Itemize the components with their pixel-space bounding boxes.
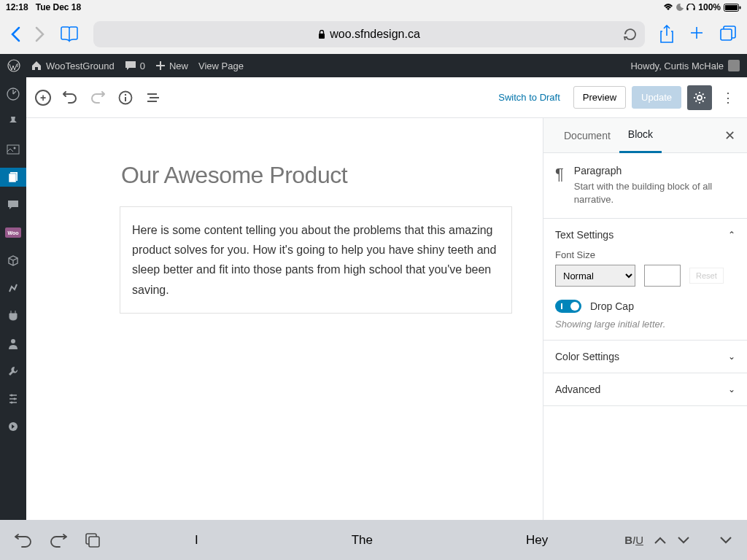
editor-canvas[interactable]: Our Awesome Product ¶▾ B I ABC: [26, 118, 543, 560]
text-settings-section: Text Settings ⌃ Font Size Normal Reset D…: [543, 219, 747, 341]
new-link[interactable]: New: [155, 61, 188, 71]
font-size-select[interactable]: Normal: [555, 265, 635, 287]
comments-icon[interactable]: [0, 195, 26, 214]
outline-button[interactable]: [144, 89, 162, 106]
media-icon[interactable]: [0, 140, 26, 159]
svg-point-23: [11, 402, 13, 404]
block-name: Paragraph: [574, 165, 735, 176]
drop-cap-description: Showing large initial letter.: [555, 319, 735, 330]
forward-button[interactable]: [35, 26, 45, 42]
svg-rect-1: [694, 8, 695, 10]
back-button[interactable]: [10, 26, 20, 42]
svg-point-26: [125, 93, 126, 95]
settings-panel: Document Block ✕ ¶ Paragraph Start with …: [543, 118, 747, 560]
paragraph-block[interactable]: Here is some content telling you about t…: [120, 206, 512, 314]
add-block-button[interactable]: +: [35, 90, 51, 106]
svg-point-21: [11, 394, 13, 397]
headphones-icon: [686, 4, 695, 11]
plugins-icon[interactable]: [0, 306, 26, 325]
comment-icon: [125, 61, 136, 71]
svg-rect-4: [740, 6, 741, 9]
svg-rect-0: [687, 8, 689, 10]
text-settings-toggle[interactable]: Text Settings ⌃: [555, 229, 735, 241]
settings-gear-button[interactable]: [687, 85, 712, 110]
moon-icon: [676, 4, 684, 11]
undo-button[interactable]: [61, 89, 79, 106]
keyboard-suggestion-bar: I The Hey BIU: [0, 520, 747, 560]
status-time: 12:18: [6, 2, 28, 12]
products-icon[interactable]: [0, 251, 26, 270]
view-page-link[interactable]: View Page: [198, 61, 244, 71]
update-button[interactable]: Update: [632, 86, 681, 109]
pin-icon[interactable]: [0, 112, 26, 131]
comments-link[interactable]: 0: [125, 61, 145, 71]
appearance-icon[interactable]: [0, 279, 26, 298]
svg-rect-5: [319, 34, 325, 39]
new-tab-button[interactable]: [689, 25, 705, 44]
more-options-button[interactable]: ⋮: [718, 85, 738, 110]
svg-rect-16: [9, 174, 16, 182]
bookmarks-icon[interactable]: [60, 26, 79, 42]
drop-cap-label: Drop Cap: [590, 300, 634, 312]
share-button[interactable]: [659, 25, 674, 44]
redo-button[interactable]: [89, 89, 107, 106]
settings-icon[interactable]: [0, 389, 26, 408]
collapse-icon[interactable]: [0, 417, 26, 436]
svg-rect-3: [725, 5, 738, 10]
document-tab[interactable]: Document: [555, 118, 619, 153]
ios-status-bar: 12:18 Tue Dec 18 100%: [0, 0, 747, 15]
kbd-format-button[interactable]: BIU: [624, 534, 643, 546]
woo-icon[interactable]: Woo: [0, 223, 26, 242]
kbd-redo-button[interactable]: [50, 533, 67, 548]
wordpress-logo-icon[interactable]: [7, 59, 20, 72]
chevron-down-icon: ⌄: [728, 384, 735, 394]
info-button[interactable]: [117, 89, 134, 106]
editor-toolbar: + Switch to Draft Preview Update ⋮: [26, 77, 747, 118]
users-icon[interactable]: [0, 334, 26, 353]
kbd-clipboard-button[interactable]: [85, 532, 101, 548]
font-size-reset-button[interactable]: Reset: [689, 268, 724, 284]
dashboard-icon[interactable]: [0, 85, 26, 104]
block-tab[interactable]: Block: [619, 118, 662, 153]
svg-point-22: [14, 398, 16, 400]
svg-rect-8: [721, 29, 732, 40]
suggestion-2[interactable]: The: [330, 533, 395, 548]
reload-button[interactable]: [623, 27, 636, 42]
url-text: woo.sfndesign.ca: [330, 28, 420, 41]
post-title[interactable]: Our Awesome Product: [41, 162, 528, 189]
wp-admin-sidebar: Woo: [0, 77, 26, 560]
site-name-link[interactable]: WooTestGround: [31, 61, 115, 71]
kbd-down-button[interactable]: [677, 536, 690, 545]
kbd-dismiss-button[interactable]: [719, 536, 732, 545]
svg-rect-42: [89, 537, 99, 547]
suggestion-1[interactable]: I: [173, 533, 220, 548]
close-panel-button[interactable]: ✕: [724, 128, 735, 144]
safari-toolbar: woo.sfndesign.ca: [0, 15, 747, 54]
suggestion-3[interactable]: Hey: [504, 533, 570, 548]
switch-to-draft-link[interactable]: Switch to Draft: [491, 92, 568, 103]
kbd-undo-button[interactable]: [15, 533, 32, 548]
drop-cap-toggle[interactable]: [555, 300, 581, 313]
chevron-down-icon: ⌄: [728, 351, 735, 362]
svg-point-14: [14, 147, 16, 149]
block-description: Start with the building block of all nar…: [574, 180, 735, 206]
status-date: Tue Dec 18: [36, 2, 81, 12]
color-settings-section[interactable]: Color Settings ⌄: [543, 341, 747, 373]
lock-icon: [318, 30, 325, 39]
kbd-up-button[interactable]: [654, 536, 667, 545]
battery-icon: [724, 4, 741, 12]
preview-button[interactable]: Preview: [573, 86, 626, 109]
avatar[interactable]: [728, 60, 740, 71]
svg-point-31: [697, 96, 702, 100]
pages-icon[interactable]: [0, 168, 26, 187]
plus-icon: [155, 61, 166, 71]
tabs-button[interactable]: [719, 25, 737, 44]
wp-admin-bar: WooTestGround 0 New View Page Howdy, Cur…: [0, 54, 747, 77]
url-bar[interactable]: woo.sfndesign.ca: [93, 21, 645, 47]
font-size-input[interactable]: [644, 265, 681, 287]
tools-icon[interactable]: [0, 362, 26, 381]
home-icon: [31, 61, 42, 71]
advanced-section[interactable]: Advanced ⌄: [543, 373, 747, 406]
howdy-text[interactable]: Howdy, Curtis McHale: [630, 61, 724, 71]
paragraph-icon: ¶: [555, 165, 564, 206]
